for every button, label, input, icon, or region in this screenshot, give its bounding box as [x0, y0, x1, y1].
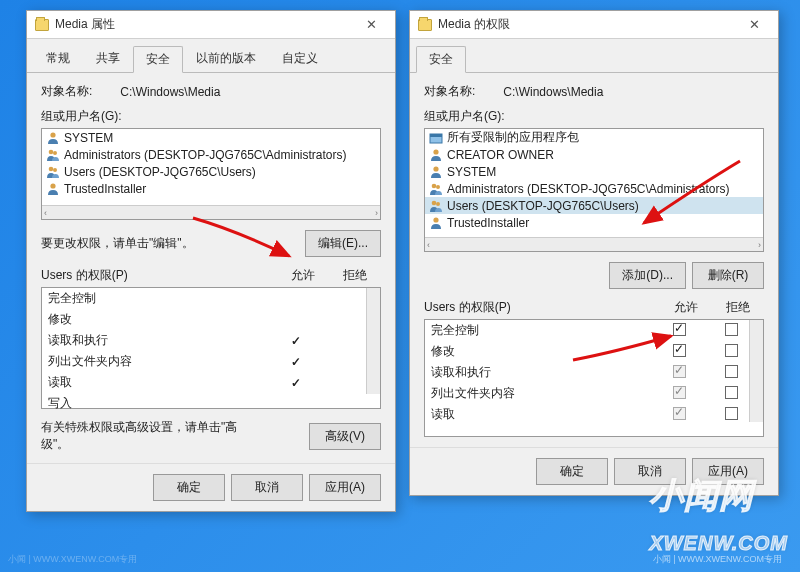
svg-point-8	[433, 149, 438, 154]
permission-row: 读取和执行✓	[42, 330, 380, 351]
apply-button[interactable]: 应用(A)	[309, 474, 381, 501]
titlebar[interactable]: Media 的权限 ✕	[410, 11, 778, 39]
permission-row: 完全控制	[42, 288, 380, 309]
tab-以前的版本[interactable]: 以前的版本	[183, 45, 269, 72]
watermark-small: 小闻 | WWW.XWENW.COM专用	[653, 553, 782, 566]
permissions-dialog: Media 的权限 ✕ 安全 对象名称: C:\Windows\Media 组或…	[409, 10, 779, 496]
permission-row: 读取	[425, 404, 763, 425]
ok-button[interactable]: 确定	[536, 458, 608, 485]
permission-name: 读取和执行	[48, 332, 270, 349]
allow-checkbox[interactable]	[673, 407, 686, 420]
svg-point-13	[436, 202, 440, 206]
scrollbar-y[interactable]	[749, 320, 763, 422]
principal-name: TrustedInstaller	[447, 216, 529, 230]
window-title: Media 的权限	[438, 16, 734, 33]
group-users-label: 组或用户名(G):	[424, 108, 764, 125]
cancel-button[interactable]: 取消	[231, 474, 303, 501]
permissions-listbox: 完全控制修改读取和执行✓列出文件夹内容✓读取✓写入	[41, 287, 381, 409]
principal-name: TrustedInstaller	[64, 182, 146, 196]
check-icon: ✓	[291, 355, 301, 369]
list-item[interactable]: SYSTEM	[42, 129, 380, 146]
group-users-label: 组或用户名(G):	[41, 108, 381, 125]
folder-icon	[418, 19, 432, 31]
object-path: C:\Windows\Media	[120, 85, 220, 99]
pkg-icon	[429, 131, 443, 145]
svg-point-12	[432, 200, 437, 205]
user-icon	[429, 165, 443, 179]
tab-content-security: 对象名称: C:\Windows\Media 组或用户名(G): 所有受限制的应…	[410, 73, 778, 447]
allow-checkbox[interactable]	[673, 386, 686, 399]
deny-col-header: 拒绝	[712, 299, 764, 316]
scrollbar-y[interactable]	[366, 288, 380, 394]
list-item[interactable]: Administrators (DESKTOP-JQG765C\Administ…	[42, 146, 380, 163]
svg-point-0	[50, 132, 55, 137]
principals-listbox[interactable]: SYSTEMAdministrators (DESKTOP-JQG765C\Ad…	[41, 128, 381, 220]
permission-name: 修改	[431, 343, 653, 360]
permission-row: 读取✓	[42, 372, 380, 393]
scrollbar-x[interactable]: ‹›	[42, 205, 380, 219]
list-item[interactable]: CREATOR OWNER	[425, 146, 763, 163]
tab-安全[interactable]: 安全	[416, 46, 466, 73]
permission-row: 修改	[425, 341, 763, 362]
svg-point-10	[432, 183, 437, 188]
principal-name: Users (DESKTOP-JQG765C\Users)	[64, 165, 256, 179]
close-button[interactable]: ✕	[351, 12, 391, 38]
svg-point-3	[49, 166, 54, 171]
user-icon	[429, 216, 443, 230]
user-icon	[46, 182, 60, 196]
tab-共享[interactable]: 共享	[83, 45, 133, 72]
principal-name: Administrators (DESKTOP-JQG765C\Administ…	[64, 148, 347, 162]
svg-point-14	[433, 217, 438, 222]
tab-自定义[interactable]: 自定义	[269, 45, 331, 72]
permission-name: 完全控制	[48, 290, 270, 307]
tab-常规[interactable]: 常规	[33, 45, 83, 72]
deny-checkbox[interactable]	[725, 365, 738, 378]
users-icon	[46, 165, 60, 179]
allow-checkbox[interactable]	[673, 344, 686, 357]
svg-point-1	[49, 149, 54, 154]
add-button[interactable]: 添加(D)...	[609, 262, 686, 289]
tab-strip: 安全	[410, 39, 778, 73]
list-item[interactable]: Users (DESKTOP-JQG765C\Users)	[42, 163, 380, 180]
object-path: C:\Windows\Media	[503, 85, 603, 99]
scrollbar-x[interactable]: ‹›	[425, 237, 763, 251]
list-item[interactable]: Administrators (DESKTOP-JQG765C\Administ…	[425, 180, 763, 197]
user-icon	[429, 148, 443, 162]
users-icon	[429, 182, 443, 196]
deny-checkbox[interactable]	[725, 407, 738, 420]
deny-checkbox[interactable]	[725, 386, 738, 399]
allow-col-header: 允许	[660, 299, 712, 316]
deny-checkbox[interactable]	[725, 323, 738, 336]
close-button[interactable]: ✕	[734, 12, 774, 38]
deny-checkbox[interactable]	[725, 344, 738, 357]
permission-row: 修改	[42, 309, 380, 330]
principals-listbox[interactable]: 所有受限制的应用程序包CREATOR OWNERSYSTEMAdministra…	[424, 128, 764, 252]
permission-row: 写入	[42, 393, 380, 414]
list-item[interactable]: TrustedInstaller	[425, 214, 763, 231]
object-name-label: 对象名称:	[424, 83, 475, 100]
tab-安全[interactable]: 安全	[133, 46, 183, 73]
users-icon	[46, 148, 60, 162]
list-item[interactable]: SYSTEM	[425, 163, 763, 180]
list-item[interactable]: Users (DESKTOP-JQG765C\Users)	[425, 197, 763, 214]
principal-name: Users (DESKTOP-JQG765C\Users)	[447, 199, 639, 213]
permission-name: 读取	[431, 406, 653, 423]
remove-button[interactable]: 删除(R)	[692, 262, 764, 289]
check-icon: ✓	[291, 376, 301, 390]
allow-checkbox[interactable]	[673, 323, 686, 336]
tab-content-security: 对象名称: C:\Windows\Media 组或用户名(G): SYSTEMA…	[27, 73, 395, 463]
permissions-listbox: 完全控制修改读取和执行列出文件夹内容读取	[424, 319, 764, 437]
edit-button[interactable]: 编辑(E)...	[305, 230, 381, 257]
list-item[interactable]: TrustedInstaller	[42, 180, 380, 197]
list-item[interactable]: 所有受限制的应用程序包	[425, 129, 763, 146]
ok-button[interactable]: 确定	[153, 474, 225, 501]
permissions-for-label: Users 的权限(P)	[41, 267, 277, 284]
advanced-button[interactable]: 高级(V)	[309, 423, 381, 450]
object-name-label: 对象名称:	[41, 83, 92, 100]
svg-rect-7	[430, 134, 442, 137]
titlebar[interactable]: Media 属性 ✕	[27, 11, 395, 39]
permission-row: 列出文件夹内容	[425, 383, 763, 404]
deny-col-header: 拒绝	[329, 267, 381, 284]
principal-name: 所有受限制的应用程序包	[447, 129, 579, 146]
allow-checkbox[interactable]	[673, 365, 686, 378]
